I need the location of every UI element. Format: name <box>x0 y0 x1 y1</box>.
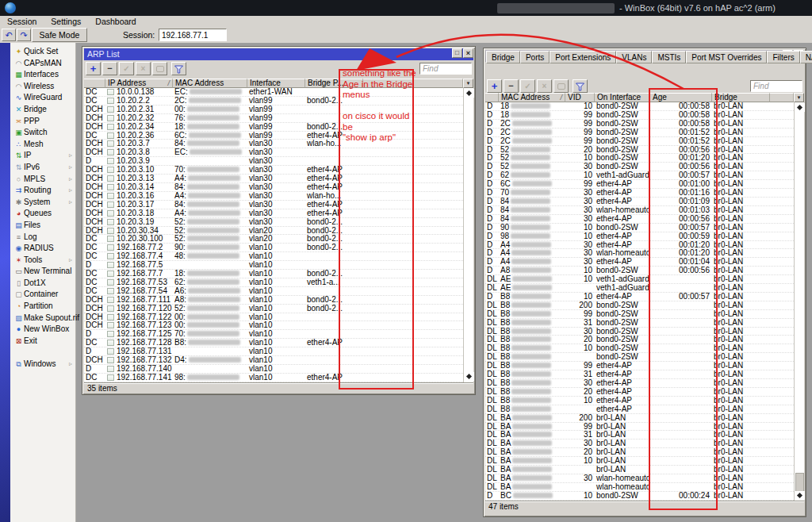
table-row[interactable]: DL AE veth1-adGuard-... br0-LAN <box>485 284 794 293</box>
sidebar-item[interactable]: ≡Log▹ <box>10 232 75 244</box>
table-row[interactable]: DL B8 10 bond0-2SW br0-LAN <box>485 344 794 353</box>
table-row[interactable]: DL B8 20 bond0-2SW br0-LAN <box>485 336 794 344</box>
sidebar-item[interactable]: ✦Quick Set▹ <box>10 46 75 58</box>
comment-button[interactable] <box>553 79 569 93</box>
sidebar-item[interactable]: ≍PPP▹ <box>10 116 75 128</box>
tab[interactable]: Port MST Overrides <box>686 51 767 63</box>
tab[interactable]: MSTIs <box>652 51 686 63</box>
column-header-mac[interactable]: MAC Address <box>173 79 247 88</box>
sidebar-item[interactable]: ◉RADIUS▹ <box>10 243 75 255</box>
table-row[interactable]: D 2C 99 bond0-2SW 00:00:58 br0-LAN <box>485 120 794 129</box>
tab[interactable]: Filters <box>767 51 799 63</box>
table-row[interactable]: DL B8 ether4-AP br0-LAN <box>485 405 794 414</box>
column-selector-dropdown-icon[interactable]: ▼ <box>794 93 804 102</box>
table-row[interactable]: D A4 30 wlan-homeauto 00:01:20 br0-LAN <box>485 249 794 258</box>
sidebar-item[interactable]: ▣Switch▹ <box>10 127 75 139</box>
table-row[interactable]: DCH 10.20.3.14 84: vlan30 ether4-AP <box>84 183 463 192</box>
table-row[interactable]: DC 192.168.77.141 98: vlan10 ether4-AP <box>84 374 463 382</box>
column-selector-dropdown-icon[interactable]: ▼ <box>463 79 473 88</box>
table-row[interactable]: DL B8 30 ether4-AP br0-LAN <box>485 379 794 388</box>
menu-item[interactable]: Session <box>0 16 44 27</box>
tab[interactable]: Ports <box>520 51 550 63</box>
table-row[interactable]: DL B8 20 ether4-AP br0-LAN <box>485 388 794 397</box>
table-row[interactable]: DCH 192.168.77.132 D4: vlan10 <box>84 356 463 365</box>
filter-button[interactable] <box>573 79 588 93</box>
sidebar-item[interactable]: ⊠Exit▹ <box>10 336 75 347</box>
table-row[interactable]: D 90 10 bond0-2SW 00:00:57 br0-LAN <box>485 224 794 232</box>
table-row[interactable]: D 18 99 bond0-2SW 00:00:58 br0-LAN <box>485 111 794 120</box>
arp-window-title[interactable]: ARP List <box>84 48 473 60</box>
table-row[interactable]: DL B8 10 ether4-AP br0-LAN <box>485 397 794 405</box>
table-row[interactable]: D 52 20 bond0-2SW 00:00:56 br0-LAN <box>485 146 794 155</box>
table-row[interactable]: DL B8 31 bond0-2SW br0-LAN <box>485 319 794 328</box>
menu-item[interactable]: Dashboard <box>88 16 143 27</box>
find-input[interactable] <box>419 63 472 75</box>
disable-button[interactable]: × <box>537 79 552 93</box>
disable-button[interactable]: × <box>136 62 151 75</box>
tab[interactable]: Bridge <box>486 51 520 63</box>
table-row[interactable]: DL B8 bond0-2SW br0-LAN <box>485 353 794 362</box>
table-row[interactable]: D 84 30 ether4-AP 00:00:56 br0-LAN <box>485 215 794 224</box>
table-row[interactable]: D 6C 99 ether4-AP 00:01:00 br0-LAN <box>485 180 794 189</box>
close-icon[interactable]: × <box>463 48 473 58</box>
table-row[interactable]: D B8 10 ether4-AP 00:00:57 br0-LAN <box>485 293 794 301</box>
table-row[interactable]: DCH 10.20.2.32 76: vlan99 <box>84 114 463 123</box>
arp-scrollbar[interactable] <box>463 88 473 382</box>
add-button[interactable]: + <box>487 79 502 93</box>
scroll-down-icon[interactable] <box>795 491 805 500</box>
table-row[interactable]: DCH 192.168.77.111 A8: vlan10 bond0-2... <box>84 296 463 305</box>
column-header-ip[interactable]: IP Address/ <box>105 79 173 88</box>
sidebar-item[interactable]: ∿WireGuard▹ <box>10 92 75 104</box>
sidebar-item[interactable]: ▭New Terminal▹ <box>10 266 75 278</box>
menu-item[interactable]: Settings <box>44 16 88 27</box>
table-row[interactable]: D A8 10 bond0-2SW 00:00:56 br0-LAN <box>485 267 794 275</box>
sidebar-item[interactable]: ⇅IP▹ <box>10 150 75 162</box>
table-row[interactable]: DL BA 10 br0-LAN br0-LAN <box>485 457 794 466</box>
table-row[interactable]: DCH 10.20.3.17 84: vlan30 ether4-AP <box>84 201 463 209</box>
redo-button[interactable]: ↷ <box>17 29 31 41</box>
enable-button[interactable]: ✓ <box>119 62 134 75</box>
table-row[interactable]: DC 192.168.77.128 B8: vlan10 ether4-AP <box>84 339 463 347</box>
table-row[interactable]: DCH 10.20.3.7 84: vlan30 wlan-ho... <box>84 140 463 148</box>
sidebar-item[interactable]: ▢Container▹ <box>10 289 75 301</box>
table-row[interactable]: D 98 10 ether4-AP 00:00:59 br0-LAN <box>485 232 794 241</box>
session-input[interactable] <box>159 29 227 41</box>
table-row[interactable]: DCH 10.20.3.8 EC: vlan30 <box>84 148 463 157</box>
tab[interactable]: NAT <box>800 51 812 63</box>
table-row[interactable]: D 62 10 veth1-adGuard-... 00:00:57 br0-L… <box>485 171 794 180</box>
table-row[interactable]: DL B8 30 bond0-2SW br0-LAN <box>485 328 794 336</box>
table-row[interactable]: DL B8 99 bond0-2SW br0-LAN <box>485 310 794 319</box>
tab[interactable]: VLANs <box>616 51 652 63</box>
sidebar-item-windows[interactable]: ⧉Windows▹ <box>10 359 75 370</box>
sidebar-item[interactable]: ◠CAPsMAN▹ <box>10 58 75 70</box>
table-row[interactable]: DC 192.168.77.2 90: vlan10 bond0-2... <box>84 244 463 252</box>
column-header-flags[interactable] <box>84 79 105 88</box>
sidebar-item[interactable]: ✕Bridge▹ <box>10 104 75 116</box>
table-row[interactable]: D 192.168.77.125 70: vlan10 <box>84 330 463 339</box>
table-row[interactable]: DL BA 30 wlan-homeauto br0-LAN <box>485 474 794 483</box>
table-row[interactable]: DC 10.20.30.100 52: vlan20 bond0-2... <box>84 235 463 244</box>
sidebar-item[interactable]: ▦Interfaces▹ <box>10 69 75 81</box>
table-row[interactable]: DC 192.168.77.53 62: vlan10 veth1-a... <box>84 278 463 287</box>
add-button[interactable]: + <box>86 62 101 75</box>
table-row[interactable]: D 84 30 wlan-homeauto 00:01:03 br0-LAN <box>485 206 794 215</box>
table-row[interactable]: DL BA 30 br0-LAN br0-LAN <box>485 439 794 448</box>
column-header-bridge-port[interactable]: Bridge P... <box>305 79 363 88</box>
table-row[interactable]: DC 192.168.77.7 18: vlan10 bond0-2... <box>84 270 463 278</box>
table-row[interactable]: DL B8 99 ether4-AP br0-LAN <box>485 362 794 370</box>
column-header-vid[interactable]: VID <box>565 93 595 102</box>
table-row[interactable]: D 84 30 ether4-AP 00:01:09 br0-LAN <box>485 198 794 206</box>
column-header-flags[interactable] <box>485 93 499 102</box>
table-row[interactable]: DCH 10.20.30.34 52: vlan20 bond0-2... <box>84 227 463 236</box>
remove-button[interactable]: − <box>102 62 117 75</box>
table-row[interactable]: DL BA 31 br0-LAN br0-LAN <box>485 431 794 439</box>
table-row[interactable]: D 52 30 bond0-2SW 00:00:56 br0-LAN <box>485 163 794 171</box>
sidebar-item[interactable]: ◠Wireless▹ <box>10 81 75 93</box>
table-row[interactable]: D 192.168.77.5 vlan10 <box>84 261 463 270</box>
table-row[interactable]: DCH 10.20.3.13 A4: vlan30 ether4-AP <box>84 175 463 183</box>
table-row[interactable]: D A4 30 ether4-AP 00:01:04 br0-LAN <box>485 258 794 267</box>
table-row[interactable]: DL AE 10 veth1-adGuard-... br0-LAN <box>485 275 794 284</box>
table-row[interactable]: D 70 30 ether4-AP 00:01:16 br0-LAN <box>485 189 794 198</box>
table-row[interactable]: D A4 30 ether4-AP 00:01:20 br0-LAN <box>485 241 794 250</box>
table-row[interactable]: DCH 192.168.77.122 00: vlan10 <box>84 313 463 322</box>
